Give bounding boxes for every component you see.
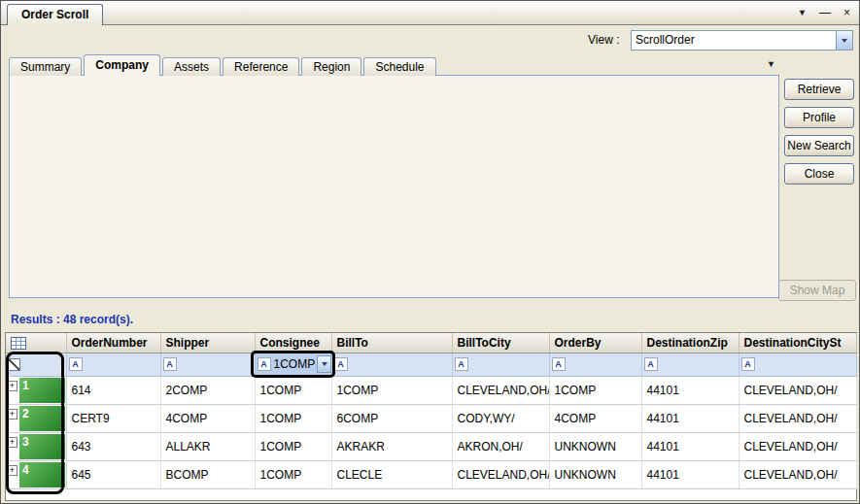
tab-summary[interactable]: Summary [9,57,82,76]
results-count-label: Results : 48 record(s). [11,313,133,326]
close-icon[interactable]: × [843,6,850,19]
cell-billto[interactable]: 6COMP [331,404,452,432]
cell-ordernumber[interactable]: 645 [66,460,160,488]
cell-billtocity[interactable]: CODY,WY/ [452,404,549,432]
show-map-button: Show Map [778,280,856,301]
cell-destinationcityst[interactable]: CLEVELAND,OH/ [739,432,856,460]
row-number-badge[interactable]: 1 [19,378,65,403]
column-header-orderby[interactable]: OrderBy [549,333,641,353]
column-header-shipper[interactable]: Shipper [160,333,255,353]
cell-ordernumber[interactable]: 643 [66,432,160,460]
column-header-ordernumber[interactable]: OrderNumber [66,333,160,353]
cell-shipper[interactable]: BCOMP [160,460,255,488]
row-number-badge[interactable]: 2 [19,406,65,431]
row-header-3[interactable]: + 3 [6,432,66,460]
tab-company[interactable]: Company [84,54,160,76]
cell-shipper[interactable]: 2COMP [160,376,255,404]
cell-billto[interactable]: AKRAKR [331,432,452,460]
cell-consignee[interactable]: 1COMP [255,432,331,460]
cell-consignee[interactable]: 1COMP [255,376,331,404]
view-dropdown[interactable]: ScrollOrder [631,30,853,50]
filter-a-icon[interactable]: A [455,357,468,371]
filter-a-icon[interactable]: A [644,357,658,371]
table-row[interactable]: + 4 645 BCOMP 1COMP CLECLE CLEVELAND,OH/… [6,460,856,488]
cell-orderby[interactable]: UNKNOWN [549,460,641,488]
results-grid[interactable]: OrderNumber Shipper Consignee BillTo Bil… [5,332,857,501]
caret-down-icon[interactable]: ▼ [798,8,807,17]
cell-destinationcityst[interactable]: CLEVELAND,OH/ [739,376,856,404]
filter-cell-destinationzip[interactable]: A [641,353,739,376]
minimize-icon[interactable]: — [819,6,831,19]
cell-destinationzip[interactable]: 44101 [641,432,739,460]
cell-destinationzip[interactable]: 44101 [641,404,739,432]
cell-consignee[interactable]: 1COMP [255,404,331,432]
cell-orderby[interactable]: 1COMP [549,376,641,404]
filter-cell-rowheader[interactable] [6,353,66,376]
column-header-billtocity[interactable]: BillToCity [452,333,549,353]
filter-cell-shipper[interactable]: A [160,353,255,376]
filter-cell-orderby[interactable]: A [549,353,641,376]
tab-assets[interactable]: Assets [162,57,221,76]
filter-cell-destinationcityst[interactable]: A [739,353,856,376]
tab-schedule[interactable]: Schedule [363,57,435,76]
retrieve-button[interactable]: Retrieve [784,79,854,100]
filter-a-icon[interactable]: A [258,357,271,371]
table-row[interactable]: + 3 643 ALLAKR 1COMP AKRAKR AKRON,OH/ UN… [6,432,856,460]
cell-destinationzip[interactable]: 44101 [641,460,739,488]
column-header-destinationcityst[interactable]: DestinationCitySt [739,333,856,353]
close-button[interactable]: Close [784,163,854,185]
profile-button[interactable]: Profile [784,107,854,128]
expand-icon[interactable]: + [7,465,17,476]
row-header-4[interactable]: + 4 [6,460,66,488]
cell-ordernumber[interactable]: 614 [66,376,160,404]
cell-ordernumber[interactable]: CERT9 [66,404,160,432]
new-search-button[interactable]: New Search [784,135,854,156]
column-header-billto[interactable]: BillTo [331,333,452,353]
filter-a-icon[interactable]: A [741,357,755,371]
row-number-badge[interactable]: 3 [19,434,65,459]
filter-a-icon[interactable]: A [69,357,83,371]
cell-orderby[interactable]: 4COMP [549,404,641,432]
filter-a-icon[interactable]: A [334,357,348,371]
cell-billto[interactable]: CLECLE [331,460,452,488]
cell-destinationcityst[interactable]: CLEVELAND,OH/ [739,460,856,488]
cell-consignee[interactable]: 1COMP [255,460,331,488]
row-number-badge[interactable]: 4 [19,462,65,487]
filter-a-icon[interactable]: A [552,357,566,371]
filter-dropdown-arrow-icon[interactable] [317,355,331,373]
tab-strip: Summary Company Assets Reference Region … [9,54,438,76]
table-row[interactable]: + 1 614 2COMP 1COMP 1COMP CLEVELAND,OH/ … [6,376,856,404]
expand-icon[interactable]: + [7,381,17,391]
consignee-filter-value: 1COMP [273,357,316,371]
grid-header-row: OrderNumber Shipper Consignee BillTo Bil… [6,333,856,353]
cell-billtocity[interactable]: CLEVELAND,OH/ [452,376,549,404]
filter-cell-ordernumber[interactable]: A [66,353,160,376]
filter-cell-consignee[interactable]: A 1COMP [255,353,331,376]
cell-billto[interactable]: 1COMP [331,376,452,404]
table-row[interactable]: + 2 CERT9 4COMP 1COMP 6COMP CODY,WY/ 4CO… [6,404,856,432]
grid-corner-cell[interactable] [6,333,66,353]
filter-cell-billtocity[interactable]: A [452,353,549,376]
expand-icon[interactable]: + [7,437,17,448]
cell-billtocity[interactable]: AKRON,OH/ [452,432,549,460]
column-header-destinationzip[interactable]: DestinationZip [641,333,739,353]
tab-overflow-chevron-icon[interactable]: ▼ [767,59,775,69]
cell-shipper[interactable]: ALLAKR [160,432,255,460]
cell-destinationcityst[interactable]: CLEVELAND,OH/ [739,404,856,432]
column-header-consignee[interactable]: Consignee [255,333,331,353]
cell-destinationzip[interactable]: 44101 [641,376,739,404]
filter-a-icon[interactable]: A [163,357,177,371]
view-dropdown-value: ScrollOrder [632,31,836,50]
tab-reference[interactable]: Reference [223,57,299,76]
cell-billtocity[interactable]: CLEVELAND,OH/ [452,460,549,488]
cell-orderby[interactable]: UNKNOWN [549,432,641,460]
tab-region[interactable]: Region [301,57,361,76]
order-scroll-window: Order Scroll ▼ — × View : ScrollOrder Su… [0,0,860,504]
row-header-2[interactable]: + 2 [6,404,66,432]
filter-edit-icon[interactable] [8,358,20,371]
dropdown-arrow-icon[interactable] [836,31,852,50]
cell-shipper[interactable]: 4COMP [160,404,255,432]
expand-icon[interactable]: + [7,409,17,420]
filter-cell-billto[interactable]: A [331,353,452,376]
row-header-1[interactable]: + 1 [6,376,66,404]
